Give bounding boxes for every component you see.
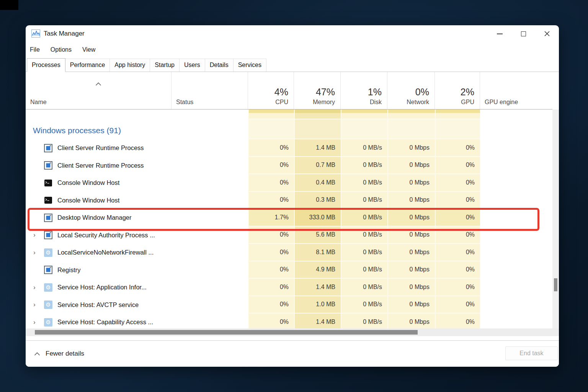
column-header-gpu-engine[interactable]: GPU engine [480, 72, 552, 109]
gpu-value-cell: 0% [435, 192, 480, 209]
status-cell [172, 279, 248, 296]
gpu-engine-cell [480, 279, 552, 296]
column-header-cpu[interactable]: 4% CPU [248, 72, 294, 109]
column-header-network[interactable]: 0% Network [387, 72, 435, 109]
horizontal-scrollbar-thumb[interactable] [35, 330, 418, 335]
process-name-label: Client Server Runtime Process [57, 162, 144, 169]
gpu-engine-cell [480, 261, 552, 279]
task-manager-app-icon [31, 29, 40, 38]
maximize-button[interactable] [511, 25, 535, 42]
process-row[interactable]: ›⚙Service Host: Capability Access ...0%1… [26, 314, 552, 328]
network-cell [387, 109, 435, 119]
status-cell [172, 314, 248, 328]
menu-file[interactable]: File [30, 46, 40, 53]
column-header-memory[interactable]: 47% Memory [294, 72, 341, 109]
memory-value-cell: 1.0 MB [294, 296, 341, 314]
gpu-value-cell: 0% [435, 279, 480, 296]
disk-value-cell: 0 MB/s [341, 279, 387, 296]
window-title: Task Manager [44, 30, 85, 38]
horizontal-scrollbar[interactable] [26, 328, 559, 336]
minimize-button[interactable] [488, 25, 511, 42]
memory-value-cell: 333.0 MB [294, 209, 341, 227]
footer-bar: Fewer details End task [26, 340, 559, 367]
disk-value-cell: 0 MB/s [341, 139, 387, 157]
process-name-cell: Client Server Runtime Process [26, 139, 172, 157]
process-row[interactable]: Console Window Host0%0.4 MB0 MB/s0 Mbps0… [26, 174, 552, 192]
cpu-cell [248, 119, 294, 139]
chevron-right-icon[interactable]: › [31, 231, 44, 239]
memory-value-cell: 0.4 MB [294, 174, 341, 192]
cpu-value-cell: 0% [248, 314, 294, 328]
chevron-right-icon[interactable]: › [31, 301, 44, 309]
memory-value-cell: 1.4 MB [294, 279, 341, 296]
process-name-cell: ›⚙Service Host: AVCTP service [26, 296, 172, 314]
vertical-scrollbar[interactable] [552, 109, 559, 328]
process-row[interactable]: Desktop Window Manager1.7%333.0 MB0 MB/s… [26, 209, 552, 227]
tab-startup[interactable]: Startup [150, 59, 180, 72]
tab-performance[interactable]: Performance [65, 59, 110, 72]
desktop-background: Task Manager File Options View Processes… [0, 0, 588, 392]
chevron-right-icon[interactable]: › [31, 249, 44, 256]
status-cell [172, 119, 248, 139]
app-window-icon [44, 144, 52, 152]
gpu-value-cell: 0% [435, 174, 480, 192]
network-value-cell: 0 Mbps [387, 157, 435, 175]
column-header-gpu[interactable]: 2% GPU [435, 72, 480, 109]
cpu-value-cell: 0% [248, 244, 294, 261]
menu-view[interactable]: View [82, 46, 95, 53]
tab-users[interactable]: Users [179, 59, 205, 72]
chevron-right-icon[interactable]: › [31, 284, 44, 291]
vertical-scrollbar-thumb[interactable] [554, 278, 557, 291]
status-cell [172, 157, 248, 175]
network-value-cell: 0 Mbps [387, 174, 435, 192]
titlebar[interactable]: Task Manager [26, 25, 559, 42]
app-window-icon [44, 266, 52, 274]
process-row[interactable]: ›⚙Service Host: AVCTP service0%1.0 MB0 M… [26, 296, 552, 314]
process-row[interactable]: ›Local Security Authority Process ...0%5… [26, 227, 552, 244]
column-header-status[interactable]: Status [172, 72, 248, 109]
chevron-up-icon [34, 352, 40, 356]
cpu-value-cell: 0% [248, 296, 294, 314]
column-header-disk[interactable]: 1% Disk [341, 72, 387, 109]
process-name-cell: ›Local Security Authority Process ... [26, 227, 172, 244]
process-row[interactable]: ›⚙LocalServiceNoNetworkFirewall ...0%8.1… [26, 244, 552, 261]
gpu-engine-cell [480, 157, 552, 175]
service-gear-icon: ⚙ [44, 248, 52, 257]
tab-details[interactable]: Details [205, 59, 234, 72]
memory-value-cell: 1.4 MB [294, 314, 341, 328]
status-cell [172, 244, 248, 261]
status-cell [172, 139, 248, 157]
process-row[interactable]: Console Window Host0%0.3 MB0 MB/s0 Mbps0… [26, 192, 552, 209]
disk-cell [341, 119, 387, 139]
process-name-cell: Desktop Window Manager [26, 209, 172, 227]
gpu-engine-cell [480, 244, 552, 261]
process-row[interactable]: ›⚙Service Host: Application Infor...0%1.… [26, 279, 552, 296]
column-header-name[interactable]: Name [26, 72, 172, 109]
status-cell [172, 192, 248, 209]
process-row[interactable]: Client Server Runtime Process0%0.7 MB0 M… [26, 157, 552, 175]
group-header-name-cell: Windows processes (91) [26, 119, 172, 139]
process-name-label: LocalServiceNoNetworkFirewall ... [57, 249, 154, 256]
process-row[interactable]: Registry0%4.9 MB0 MB/s0 Mbps0% [26, 261, 552, 279]
process-group-header[interactable]: Windows processes (91) [26, 119, 552, 139]
cpu-value-cell: 0% [248, 227, 294, 244]
network-value-cell: 0 Mbps [387, 209, 435, 227]
memory-value-cell: 5.6 MB [294, 227, 341, 244]
fewer-details-label: Fewer details [46, 350, 84, 358]
end-task-button[interactable]: End task [505, 346, 558, 360]
chevron-right-icon[interactable]: › [31, 318, 44, 326]
status-cell [172, 109, 248, 119]
process-row[interactable]: Client Server Runtime Process0%1.4 MB0 M… [26, 139, 552, 157]
tab-processes[interactable]: Processes [27, 58, 65, 72]
menu-options[interactable]: Options [51, 46, 72, 53]
network-value-cell: 0 Mbps [387, 227, 435, 244]
tab-services[interactable]: Services [233, 59, 266, 72]
cpu-value-cell: 1.7% [248, 209, 294, 227]
fewer-details-toggle[interactable]: Fewer details [34, 350, 84, 358]
close-button[interactable] [535, 25, 559, 42]
window-controls [488, 25, 559, 42]
tab-bar: Processes Performance App history Startu… [26, 57, 559, 72]
tab-app-history[interactable]: App history [109, 59, 150, 72]
gpu-cell [435, 109, 480, 119]
gpu-value-cell: 0% [435, 209, 480, 227]
